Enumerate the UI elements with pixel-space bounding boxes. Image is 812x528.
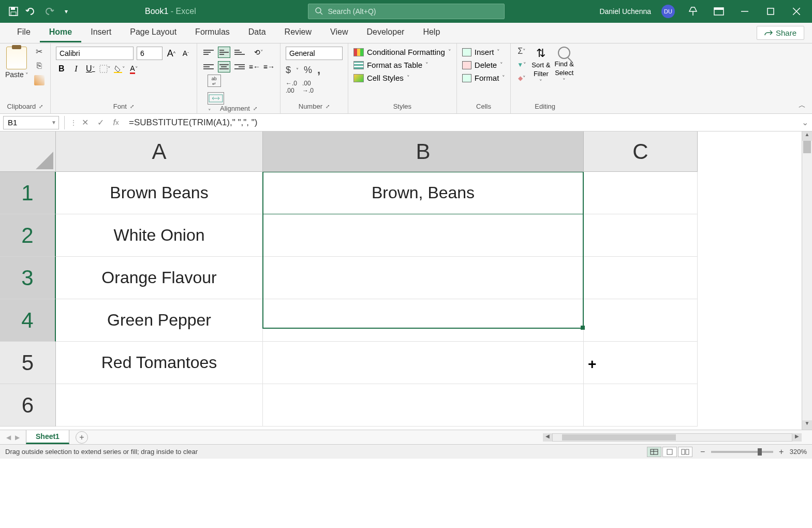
coming-soon-icon[interactable] [685,4,701,19]
cell-C2[interactable] [584,214,698,257]
cell-C6[interactable] [584,384,698,427]
cell-A1[interactable]: Brown Beans [56,172,263,214]
tab-developer[interactable]: Developer [357,23,414,42]
row-header-3[interactable]: 3 [0,257,56,299]
ribbon-display-icon[interactable] [711,4,727,19]
zoom-in-button[interactable]: + [777,447,786,457]
accounting-icon[interactable]: $ [286,65,291,76]
search-box[interactable]: Search (Alt+Q) [308,4,505,19]
page-break-view-icon[interactable] [678,447,692,457]
tab-view[interactable]: View [321,23,357,42]
cell-C1[interactable] [584,172,698,214]
minimize-icon[interactable] [737,4,752,19]
increase-decimal-icon[interactable]: ←.0.00 [286,80,297,94]
row-header-5[interactable]: 5 [0,342,56,384]
tab-formulas[interactable]: Formulas [186,23,239,42]
row-header-2[interactable]: 2 [0,214,56,257]
conditional-formatting-button[interactable]: Conditional Formatting [353,48,451,56]
orientation-icon[interactable]: ⟲ [253,47,264,58]
save-icon[interactable] [8,6,19,17]
decrease-indent-icon[interactable]: ≡← [249,61,260,72]
alignment-launcher-icon[interactable]: ⤢ [253,106,257,111]
fill-color-icon[interactable] [114,63,125,75]
scroll-down-icon[interactable]: ▼ [802,420,812,430]
align-center-icon[interactable] [218,61,230,72]
zoom-out-button[interactable]: − [699,447,707,457]
increase-indent-icon[interactable]: ≡→ [263,61,275,72]
sheet-tab[interactable]: Sheet1 [26,430,69,444]
font-launcher-icon[interactable]: ⤢ [130,104,134,109]
tab-home[interactable]: Home [40,23,81,42]
cell-B3[interactable] [263,257,584,299]
cell-B4[interactable] [263,299,584,342]
cell-styles-button[interactable]: Cell Styles [353,74,410,82]
tab-file[interactable]: File [8,23,40,42]
cell-C3[interactable] [584,257,698,299]
decrease-font-icon[interactable]: Aˇ [180,48,191,59]
paste-button[interactable]: Paste [5,47,28,79]
increase-font-icon[interactable]: A^ [166,48,177,59]
merge-icon[interactable] [208,92,224,105]
enter-formula-icon[interactable]: ✓ [95,117,106,128]
autosum-icon[interactable] [516,47,527,56]
number-format-select[interactable] [286,47,343,60]
select-all-corner[interactable] [0,131,56,172]
align-middle-icon[interactable] [218,47,230,58]
undo-icon[interactable] [25,6,37,17]
borders-icon[interactable] [99,63,111,75]
font-size-select[interactable] [137,47,163,60]
name-box-dropdown-icon[interactable]: ▼ [51,120,56,125]
redo-icon[interactable] [43,6,54,17]
align-top-icon[interactable] [202,47,215,58]
format-cells-button[interactable]: Format [462,74,506,82]
page-layout-view-icon[interactable] [662,447,677,457]
scroll-left-icon[interactable]: ◀ [543,433,552,442]
close-icon[interactable] [789,4,804,19]
tab-data[interactable]: Data [239,23,275,42]
cell-B1[interactable]: Brown, Beans [263,172,584,214]
tab-insert[interactable]: Insert [81,23,121,42]
align-left-icon[interactable] [202,61,215,72]
scroll-up-icon[interactable]: ▲ [802,131,812,141]
comma-icon[interactable]: , [317,63,320,77]
cancel-formula-icon[interactable]: ✕ [79,117,91,128]
row-header-6[interactable]: 6 [0,384,56,427]
fill-icon[interactable] [516,60,527,69]
share-button[interactable]: Share [757,26,804,40]
vertical-scrollbar[interactable]: ▲ ▼ [802,131,812,430]
horizontal-scrollbar[interactable]: ◀ ▶ [543,433,802,442]
format-painter-icon[interactable] [34,76,45,85]
col-header-C[interactable]: C [584,131,698,172]
insert-function-icon[interactable]: fx [110,117,122,128]
cell-B2[interactable] [263,214,584,257]
zoom-slider[interactable] [711,451,773,453]
percent-icon[interactable]: % [304,65,312,76]
vscroll-thumb[interactable] [803,141,811,153]
scroll-right-icon[interactable]: ▶ [792,433,802,442]
format-as-table-button[interactable]: Format as Table [353,61,429,69]
insert-cells-button[interactable]: Insert [462,48,500,56]
find-select-button[interactable]: Find & Select [554,47,574,84]
cell-A5[interactable]: Red Tomantoes [56,342,263,384]
qat-customize-icon[interactable]: ▾ [61,6,72,17]
cell-A4[interactable]: Green Pepper [56,299,263,342]
delete-cells-button[interactable]: Delete [462,61,503,69]
number-launcher-icon[interactable]: ⤢ [326,104,330,109]
maximize-icon[interactable] [763,4,778,19]
tab-review[interactable]: Review [275,23,321,42]
avatar[interactable]: DU [661,5,675,18]
font-name-select[interactable] [56,47,134,60]
sort-filter-button[interactable]: ⇅ Sort & Filter [532,47,550,85]
expand-formula-icon[interactable]: ⌄ [802,118,812,127]
wrap-text-icon[interactable]: ab↵ [208,75,221,87]
cell-C4[interactable] [584,299,698,342]
name-box[interactable]: B1▼ [3,116,59,129]
col-header-B[interactable]: B [263,131,584,172]
copy-icon[interactable] [34,61,45,70]
sheet-nav-prev-icon[interactable]: ◀ [6,434,11,441]
bold-button[interactable]: B [56,63,67,75]
row-header-1[interactable]: 1 [0,172,56,214]
cell-A3[interactable]: Orange Flavour [56,257,263,299]
underline-button[interactable]: U [85,63,96,75]
tab-page-layout[interactable]: Page Layout [121,23,186,42]
